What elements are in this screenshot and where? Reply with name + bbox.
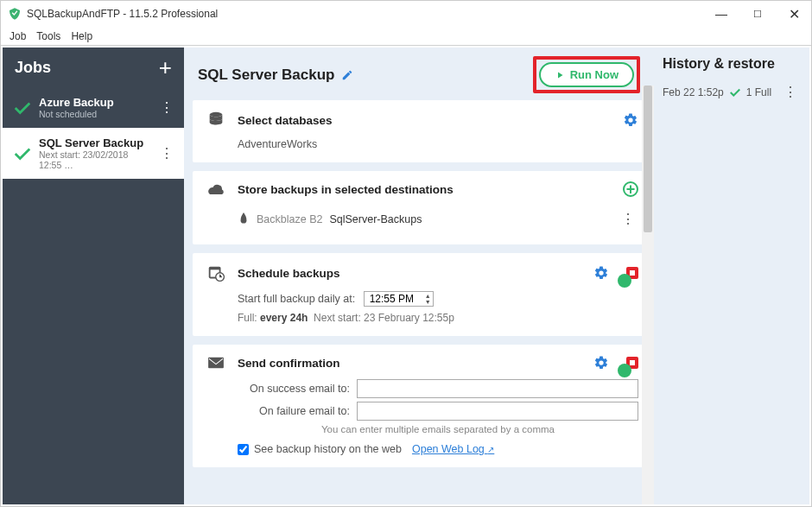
card-schedule: Schedule backups Start full backup daily… bbox=[193, 253, 650, 336]
history-menu-button[interactable]: ⋮ bbox=[780, 84, 801, 100]
edit-name-icon[interactable] bbox=[341, 69, 353, 81]
run-now-button[interactable]: Run Now bbox=[539, 62, 634, 87]
external-link-icon: ↗ bbox=[487, 445, 494, 454]
card-title: Schedule backups bbox=[238, 267, 583, 280]
schedule-label: Start full backup daily at: bbox=[238, 293, 355, 305]
check-icon bbox=[729, 87, 741, 98]
schedule-toggle-highlight bbox=[626, 267, 638, 279]
success-email-input[interactable] bbox=[357, 379, 638, 398]
open-web-log-link[interactable]: Open Web Log ↗ bbox=[412, 443, 494, 455]
add-destination-button[interactable]: + bbox=[623, 181, 638, 197]
card-title: Select databases bbox=[238, 114, 612, 127]
sidebar: Jobs + Azure Backup Not scheduled ⋮ SQL … bbox=[3, 48, 184, 504]
schedule-next: 23 February 12:55p bbox=[364, 312, 454, 324]
card-destinations: Store backups in selected destinations +… bbox=[193, 171, 650, 244]
weblog-label: See backup history on the web bbox=[254, 443, 402, 455]
app-logo-icon bbox=[8, 7, 22, 21]
menu-tools[interactable]: Tools bbox=[36, 30, 60, 42]
history-date: Feb 22 1:52p bbox=[663, 86, 724, 98]
titlebar: SQLBackupAndFTP - 11.5.2 Professional — … bbox=[1, 1, 811, 27]
next-start-label: Next start: bbox=[314, 312, 361, 324]
history-row[interactable]: Feb 22 1:52p 1 Full ⋮ bbox=[663, 84, 801, 100]
play-icon bbox=[555, 70, 565, 80]
job-menu-button[interactable]: ⋮ bbox=[156, 145, 177, 162]
destination-provider: Backblaze B2 bbox=[257, 213, 322, 225]
failure-email-input[interactable] bbox=[357, 402, 638, 421]
cloud-icon bbox=[205, 181, 227, 197]
job-name: SQL Server Backup bbox=[39, 136, 149, 149]
job-subtext: Not scheduled bbox=[39, 109, 149, 119]
job-name: Azure Backup bbox=[39, 96, 149, 109]
minimize-button[interactable]: — bbox=[711, 7, 732, 21]
destination-menu-button[interactable]: ⋮ bbox=[618, 211, 638, 227]
schedule-time-field[interactable] bbox=[370, 293, 422, 305]
window-title: SQLBackupAndFTP - 11.5.2 Professional bbox=[27, 8, 711, 20]
scrollbar[interactable] bbox=[642, 86, 654, 504]
schedule-every: every 24h bbox=[260, 312, 308, 324]
history-status: 1 Full bbox=[746, 86, 771, 98]
settings-icon[interactable] bbox=[593, 355, 609, 371]
scrollbar-thumb[interactable] bbox=[644, 86, 652, 232]
run-now-label: Run Now bbox=[570, 68, 619, 81]
card-confirmation: Send confirmation On success email to: bbox=[193, 345, 650, 467]
success-email-label: On success email to: bbox=[238, 383, 350, 395]
check-icon bbox=[13, 100, 32, 116]
card-title: Store backups in selected destinations bbox=[238, 183, 612, 196]
card-title: Send confirmation bbox=[238, 357, 583, 370]
job-item-sqlserver[interactable]: SQL Server Backup Next start: 23/02/2018… bbox=[3, 128, 184, 179]
svg-point-0 bbox=[210, 112, 223, 117]
mail-icon bbox=[205, 356, 227, 370]
destination-target: SqlServer-Backups bbox=[329, 213, 422, 225]
check-icon bbox=[13, 146, 32, 162]
history-panel: History & restore Feb 22 1:52p 1 Full ⋮ bbox=[654, 48, 809, 504]
menu-help[interactable]: Help bbox=[71, 30, 92, 42]
history-title: History & restore bbox=[663, 56, 801, 72]
email-hint: You can enter multiple emails separated … bbox=[238, 424, 638, 434]
schedule-time-input[interactable]: ▲▼ bbox=[364, 291, 434, 307]
menu-job[interactable]: Job bbox=[10, 30, 26, 42]
sidebar-title: Jobs bbox=[15, 59, 51, 77]
settings-icon[interactable] bbox=[593, 265, 609, 281]
settings-icon[interactable] bbox=[623, 112, 638, 128]
destination-row[interactable]: Backblaze B2 SqlServer-Backups ⋮ bbox=[238, 206, 638, 232]
close-button[interactable]: ✕ bbox=[783, 6, 804, 22]
selected-database: AdventureWorks bbox=[238, 138, 638, 150]
confirmation-toggle-highlight bbox=[626, 357, 638, 369]
backblaze-icon bbox=[238, 212, 250, 226]
maximize-button[interactable]: ☐ bbox=[747, 9, 768, 20]
main-panel: SQL Server Backup Run Now bbox=[184, 48, 654, 504]
database-icon bbox=[205, 111, 227, 130]
job-item-azure[interactable]: Azure Backup Not scheduled ⋮ bbox=[3, 87, 184, 128]
svg-rect-5 bbox=[208, 358, 224, 368]
failure-email-label: On failure email to: bbox=[238, 405, 350, 417]
run-now-highlight: Run Now bbox=[533, 56, 640, 93]
page-title: SQL Server Backup bbox=[198, 67, 334, 84]
menubar: Job Tools Help bbox=[1, 27, 811, 46]
full-label: Full: bbox=[238, 312, 257, 324]
job-subtext: Next start: 23/02/2018 12:55 … bbox=[39, 149, 149, 170]
job-menu-button[interactable]: ⋮ bbox=[156, 99, 177, 116]
add-job-button[interactable]: + bbox=[159, 56, 172, 79]
card-select-databases: Select databases AdventureWorks bbox=[193, 100, 650, 162]
weblog-checkbox[interactable] bbox=[238, 444, 249, 455]
calendar-clock-icon bbox=[205, 263, 227, 282]
time-spinner[interactable]: ▲▼ bbox=[425, 293, 431, 305]
